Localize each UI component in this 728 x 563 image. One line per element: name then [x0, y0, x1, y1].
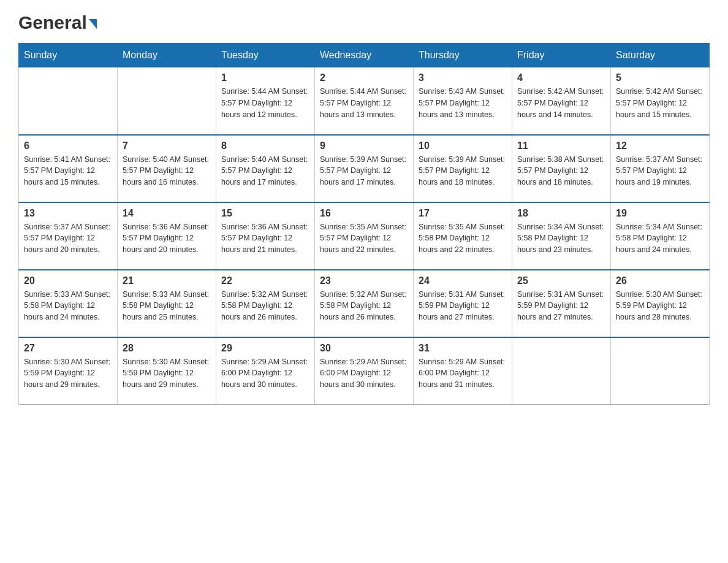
- table-row: 5Sunrise: 5:42 AM Sunset: 5:57 PM Daylig…: [611, 67, 710, 135]
- day-info: Sunrise: 5:29 AM Sunset: 6:00 PM Dayligh…: [419, 356, 507, 391]
- day-number: 19: [616, 208, 704, 219]
- day-number: 14: [123, 208, 211, 219]
- day-number: 10: [419, 140, 507, 151]
- day-number: 7: [123, 140, 211, 151]
- day-info: Sunrise: 5:30 AM Sunset: 5:59 PM Dayligh…: [24, 356, 112, 391]
- table-row: [512, 337, 611, 405]
- table-row: [611, 337, 710, 405]
- calendar-week-row: 6Sunrise: 5:41 AM Sunset: 5:57 PM Daylig…: [19, 135, 710, 202]
- day-info: Sunrise: 5:30 AM Sunset: 5:59 PM Dayligh…: [123, 356, 211, 391]
- table-row: 10Sunrise: 5:39 AM Sunset: 5:57 PM Dayli…: [414, 135, 512, 202]
- day-info: Sunrise: 5:34 AM Sunset: 5:58 PM Dayligh…: [517, 221, 605, 256]
- page-header: General: [18, 12, 710, 31]
- calendar-week-row: 20Sunrise: 5:33 AM Sunset: 5:58 PM Dayli…: [19, 270, 710, 337]
- day-info: Sunrise: 5:41 AM Sunset: 5:57 PM Dayligh…: [24, 154, 112, 188]
- table-row: 30Sunrise: 5:29 AM Sunset: 6:00 PM Dayli…: [315, 337, 414, 405]
- table-row: 17Sunrise: 5:35 AM Sunset: 5:58 PM Dayli…: [414, 202, 512, 270]
- table-row: 9Sunrise: 5:39 AM Sunset: 5:57 PM Daylig…: [315, 135, 414, 202]
- day-number: 1: [221, 72, 309, 83]
- day-number: 22: [221, 275, 309, 286]
- day-info: Sunrise: 5:29 AM Sunset: 6:00 PM Dayligh…: [320, 356, 408, 391]
- table-row: 31Sunrise: 5:29 AM Sunset: 6:00 PM Dayli…: [414, 337, 512, 405]
- day-number: 27: [24, 343, 112, 354]
- col-tuesday: Tuesday: [216, 44, 315, 67]
- table-row: 25Sunrise: 5:31 AM Sunset: 5:59 PM Dayli…: [512, 270, 611, 337]
- col-monday: Monday: [118, 44, 216, 67]
- day-info: Sunrise: 5:37 AM Sunset: 5:57 PM Dayligh…: [616, 154, 704, 188]
- table-row: 22Sunrise: 5:32 AM Sunset: 5:58 PM Dayli…: [216, 270, 315, 337]
- day-info: Sunrise: 5:30 AM Sunset: 5:59 PM Dayligh…: [616, 289, 704, 323]
- table-row: 20Sunrise: 5:33 AM Sunset: 5:58 PM Dayli…: [19, 270, 118, 337]
- table-row: 15Sunrise: 5:36 AM Sunset: 5:57 PM Dayli…: [216, 202, 315, 270]
- day-info: Sunrise: 5:36 AM Sunset: 5:57 PM Dayligh…: [221, 221, 309, 256]
- day-number: 2: [320, 72, 408, 83]
- day-number: 15: [221, 208, 309, 219]
- table-row: 27Sunrise: 5:30 AM Sunset: 5:59 PM Dayli…: [19, 337, 118, 405]
- table-row: 2Sunrise: 5:44 AM Sunset: 5:57 PM Daylig…: [315, 67, 414, 135]
- table-row: 14Sunrise: 5:36 AM Sunset: 5:57 PM Dayli…: [118, 202, 216, 270]
- day-number: 8: [221, 140, 309, 151]
- calendar-week-row: 27Sunrise: 5:30 AM Sunset: 5:59 PM Dayli…: [19, 337, 710, 405]
- table-row: 16Sunrise: 5:35 AM Sunset: 5:57 PM Dayli…: [315, 202, 414, 270]
- table-row: 19Sunrise: 5:34 AM Sunset: 5:58 PM Dayli…: [611, 202, 710, 270]
- table-row: 4Sunrise: 5:42 AM Sunset: 5:57 PM Daylig…: [512, 67, 611, 135]
- day-number: 17: [419, 208, 507, 219]
- col-saturday: Saturday: [611, 44, 710, 67]
- table-row: 12Sunrise: 5:37 AM Sunset: 5:57 PM Dayli…: [611, 135, 710, 202]
- table-row: 8Sunrise: 5:40 AM Sunset: 5:57 PM Daylig…: [216, 135, 315, 202]
- day-number: 6: [24, 140, 112, 151]
- day-info: Sunrise: 5:32 AM Sunset: 5:58 PM Dayligh…: [221, 289, 309, 323]
- table-row: 21Sunrise: 5:33 AM Sunset: 5:58 PM Dayli…: [118, 270, 216, 337]
- day-info: Sunrise: 5:42 AM Sunset: 5:57 PM Dayligh…: [616, 86, 704, 120]
- day-number: 25: [517, 275, 605, 286]
- table-row: 7Sunrise: 5:40 AM Sunset: 5:57 PM Daylig…: [118, 135, 216, 202]
- table-row: 29Sunrise: 5:29 AM Sunset: 6:00 PM Dayli…: [216, 337, 315, 405]
- day-info: Sunrise: 5:39 AM Sunset: 5:57 PM Dayligh…: [320, 154, 408, 188]
- day-number: 29: [221, 343, 309, 354]
- table-row: [19, 67, 118, 135]
- table-row: 6Sunrise: 5:41 AM Sunset: 5:57 PM Daylig…: [19, 135, 118, 202]
- day-info: Sunrise: 5:44 AM Sunset: 5:57 PM Dayligh…: [221, 86, 309, 120]
- day-number: 13: [24, 208, 112, 219]
- day-info: Sunrise: 5:38 AM Sunset: 5:57 PM Dayligh…: [517, 154, 605, 188]
- day-number: 26: [616, 275, 704, 286]
- logo-general: General: [18, 12, 87, 33]
- table-row: 13Sunrise: 5:37 AM Sunset: 5:57 PM Dayli…: [19, 202, 118, 270]
- day-info: Sunrise: 5:29 AM Sunset: 6:00 PM Dayligh…: [221, 356, 309, 391]
- day-info: Sunrise: 5:33 AM Sunset: 5:58 PM Dayligh…: [24, 289, 112, 323]
- day-number: 31: [419, 343, 507, 354]
- day-number: 11: [517, 140, 605, 151]
- day-info: Sunrise: 5:31 AM Sunset: 5:59 PM Dayligh…: [419, 289, 507, 323]
- logo-top-line: General: [18, 12, 97, 33]
- day-info: Sunrise: 5:33 AM Sunset: 5:58 PM Dayligh…: [123, 289, 211, 323]
- col-wednesday: Wednesday: [315, 44, 414, 67]
- day-number: 3: [419, 72, 507, 83]
- calendar-week-row: 1Sunrise: 5:44 AM Sunset: 5:57 PM Daylig…: [19, 67, 710, 135]
- calendar-week-row: 13Sunrise: 5:37 AM Sunset: 5:57 PM Dayli…: [19, 202, 710, 270]
- table-row: 26Sunrise: 5:30 AM Sunset: 5:59 PM Dayli…: [611, 270, 710, 337]
- day-number: 18: [517, 208, 605, 219]
- table-row: 1Sunrise: 5:44 AM Sunset: 5:57 PM Daylig…: [216, 67, 315, 135]
- table-row: 23Sunrise: 5:32 AM Sunset: 5:58 PM Dayli…: [315, 270, 414, 337]
- day-info: Sunrise: 5:44 AM Sunset: 5:57 PM Dayligh…: [320, 86, 408, 120]
- day-info: Sunrise: 5:34 AM Sunset: 5:58 PM Dayligh…: [616, 221, 704, 256]
- day-info: Sunrise: 5:35 AM Sunset: 5:57 PM Dayligh…: [320, 221, 408, 256]
- day-info: Sunrise: 5:31 AM Sunset: 5:59 PM Dayligh…: [517, 289, 605, 323]
- col-thursday: Thursday: [414, 44, 512, 67]
- table-row: 11Sunrise: 5:38 AM Sunset: 5:57 PM Dayli…: [512, 135, 611, 202]
- day-number: 21: [123, 275, 211, 286]
- day-number: 5: [616, 72, 704, 83]
- logo: General: [18, 12, 97, 31]
- day-number: 28: [123, 343, 211, 354]
- table-row: 3Sunrise: 5:43 AM Sunset: 5:57 PM Daylig…: [414, 67, 512, 135]
- day-info: Sunrise: 5:42 AM Sunset: 5:57 PM Dayligh…: [517, 86, 605, 120]
- table-row: 28Sunrise: 5:30 AM Sunset: 5:59 PM Dayli…: [118, 337, 216, 405]
- logo-arrow-icon: [89, 19, 97, 29]
- day-info: Sunrise: 5:43 AM Sunset: 5:57 PM Dayligh…: [419, 86, 507, 120]
- day-number: 20: [24, 275, 112, 286]
- day-number: 24: [419, 275, 507, 286]
- day-info: Sunrise: 5:40 AM Sunset: 5:57 PM Dayligh…: [123, 154, 211, 188]
- table-row: 24Sunrise: 5:31 AM Sunset: 5:59 PM Dayli…: [414, 270, 512, 337]
- day-number: 23: [320, 275, 408, 286]
- day-info: Sunrise: 5:37 AM Sunset: 5:57 PM Dayligh…: [24, 221, 112, 256]
